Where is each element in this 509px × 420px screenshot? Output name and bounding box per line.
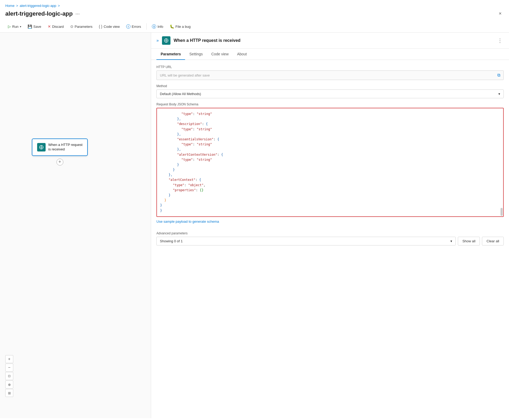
node-label: When a HTTP request is received xyxy=(48,143,82,152)
bug-icon: 🐛 xyxy=(170,24,174,29)
schema-label: Request Body JSON Schema xyxy=(156,102,504,106)
run-dropdown-icon: ▾ xyxy=(20,25,21,28)
parameters-label: Parameters xyxy=(75,25,93,29)
advanced-params-label: Advanced parameters xyxy=(156,231,504,235)
toolbar: ▷ Run ▾ 💾 Save ✕ Discard ⊙ Parameters { … xyxy=(0,21,509,33)
close-icon[interactable]: × xyxy=(497,10,504,17)
schema-scrollbar[interactable] xyxy=(501,208,503,216)
schema-line-15: "type": "object", xyxy=(160,183,500,188)
breadcrumb-sep1: > xyxy=(16,4,18,8)
schema-line-10: "type": "string" xyxy=(160,157,500,162)
canvas-area[interactable]: When a HTTP request is received + + − ⊡ … xyxy=(0,33,151,418)
zoom-in-button[interactable]: + xyxy=(5,355,13,363)
info-button[interactable]: ℹ Info xyxy=(149,23,166,30)
advanced-params-value: Showing 0 of 1 xyxy=(160,239,183,243)
tab-parameters[interactable]: Parameters xyxy=(156,49,185,60)
main-layout: When a HTTP request is received + + − ⊡ … xyxy=(0,33,509,418)
errors-icon: i xyxy=(126,24,130,29)
schema-line-5: }, xyxy=(160,132,500,137)
schema-line-9: "alertContextVersion": { xyxy=(160,152,500,157)
breadcrumb: Home > alert-triggered-logic-app > xyxy=(0,0,509,9)
search-canvas-button[interactable]: ⊕ xyxy=(5,381,13,388)
schema-line-3: "description": { xyxy=(160,122,500,127)
schema-editor[interactable]: "type": "string" }, "description": { "ty… xyxy=(156,108,504,217)
panel-more-icon[interactable]: ⋮ xyxy=(496,36,504,45)
schema-line-14: "alertContext": { xyxy=(160,177,500,182)
node-icon xyxy=(37,143,46,151)
clear-all-button[interactable]: Clear all xyxy=(482,237,504,245)
run-icon: ▷ xyxy=(8,24,11,29)
discard-icon: ✕ xyxy=(48,24,51,29)
node-add-button[interactable]: + xyxy=(56,159,63,166)
save-icon: 💾 xyxy=(28,24,32,29)
schema-line-11: } xyxy=(160,162,500,167)
code-view-icon: { } xyxy=(99,24,102,29)
method-value: Default (Allow All Methods) xyxy=(160,92,201,96)
fit-to-screen-button[interactable]: ⊡ xyxy=(5,372,13,380)
breadcrumb-sep2: > xyxy=(58,4,60,8)
method-dropdown-icon: ▾ xyxy=(498,92,500,96)
schema-line-20: } xyxy=(160,208,500,213)
page-options-icon[interactable]: ··· xyxy=(75,11,80,17)
code-view-button[interactable]: { } Code view xyxy=(96,23,122,30)
zoom-out-button[interactable]: − xyxy=(5,364,13,372)
show-all-button[interactable]: Show all xyxy=(458,237,480,245)
run-button[interactable]: ▷ Run ▾ xyxy=(5,23,24,30)
file-a-bug-label: File a bug xyxy=(175,25,191,29)
schema-line-2: }, xyxy=(160,117,500,122)
code-view-label: Code view xyxy=(104,25,120,29)
schema-line-18: } xyxy=(160,198,500,203)
panel-tabs: Parameters Settings Code view About xyxy=(151,49,509,60)
copy-url-icon[interactable]: ⧉ xyxy=(497,73,500,78)
minimap-button[interactable]: ⊞ xyxy=(5,389,13,397)
page-title: alert-triggered-logic-app xyxy=(5,10,73,17)
right-panel: » When a HTTP request is received ⋮ Para… xyxy=(151,33,509,418)
save-button[interactable]: 💾 Save xyxy=(25,23,44,30)
panel-title: When a HTTP request is received xyxy=(174,38,496,43)
parameters-button[interactable]: ⊙ Parameters xyxy=(68,23,95,30)
panel-header: » When a HTTP request is received ⋮ xyxy=(151,33,509,49)
breadcrumb-app[interactable]: alert-triggered-logic-app xyxy=(20,4,56,8)
tab-settings[interactable]: Settings xyxy=(185,49,207,60)
discard-button[interactable]: ✕ Discard xyxy=(45,23,67,30)
zoom-controls: + − ⊡ ⊕ ⊞ xyxy=(5,355,13,397)
advanced-params-select[interactable]: Showing 0 of 1 ▾ xyxy=(156,237,456,245)
save-label: Save xyxy=(33,25,41,29)
discard-label: Discard xyxy=(52,25,64,29)
panel-content: HTTP URL URL will be generated after sav… xyxy=(151,60,509,418)
http-url-label: HTTP URL xyxy=(156,65,504,69)
panel-expand-button[interactable]: » xyxy=(156,38,159,43)
schema-line-17: } xyxy=(160,193,500,198)
http-url-field[interactable]: URL will be generated after save ⧉ xyxy=(156,70,504,80)
page-title-row: alert-triggered-logic-app ··· × xyxy=(0,9,509,21)
run-label: Run xyxy=(12,25,19,29)
method-select[interactable]: Default (Allow All Methods) ▾ xyxy=(156,90,504,98)
tab-code-view[interactable]: Code view xyxy=(207,49,233,60)
errors-label: Errors xyxy=(132,25,141,29)
tab-about[interactable]: About xyxy=(233,49,251,60)
method-label: Method xyxy=(156,84,504,88)
breadcrumb-home[interactable]: Home xyxy=(5,4,15,8)
schema-line-19: } xyxy=(160,203,500,208)
schema-line-4: "type": "string" xyxy=(160,127,500,132)
file-a-bug-button[interactable]: 🐛 File a bug xyxy=(167,23,193,30)
http-request-node[interactable]: When a HTTP request is received xyxy=(32,138,88,156)
node-container: When a HTTP request is received + xyxy=(32,138,88,166)
schema-line-6: "essentialsVersion": { xyxy=(160,137,500,142)
info-icon: ℹ xyxy=(152,24,156,29)
errors-button[interactable]: i Errors xyxy=(124,23,144,30)
schema-line-13: }, xyxy=(160,172,500,177)
http-url-placeholder: URL will be generated after save xyxy=(160,73,210,77)
schema-line-7: "type": "string" xyxy=(160,142,500,147)
advanced-params-row: Showing 0 of 1 ▾ Show all Clear all xyxy=(156,237,504,245)
parameters-icon: ⊙ xyxy=(70,24,73,29)
generate-schema-link[interactable]: Use sample payload to generate schema xyxy=(156,220,504,224)
schema-line-8: }, xyxy=(160,147,500,152)
advanced-params-dropdown-icon: ▾ xyxy=(450,239,452,243)
toolbar-separator xyxy=(146,23,147,30)
schema-line-16: "properties": {} xyxy=(160,188,500,193)
schema-line-1: "type": "string" xyxy=(160,111,500,117)
schema-line-12: } xyxy=(160,167,500,172)
info-label: Info xyxy=(157,25,163,29)
panel-icon xyxy=(162,36,170,45)
